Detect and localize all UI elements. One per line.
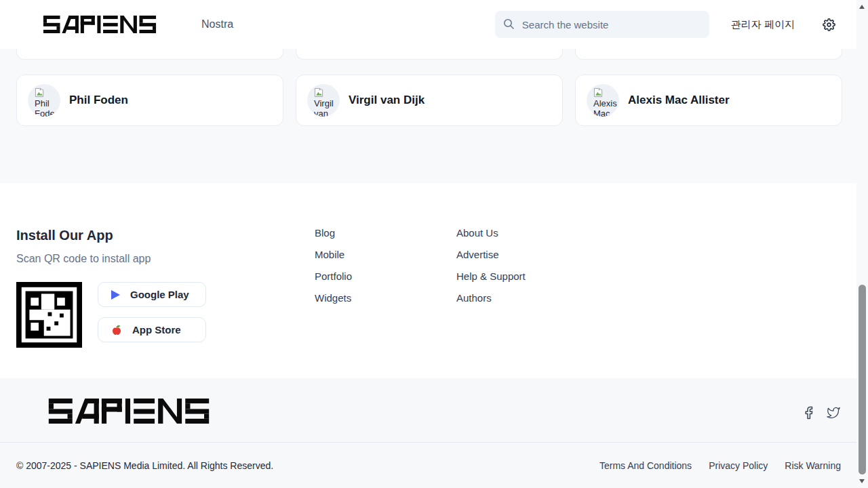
- admin-page-link[interactable]: 관리자 페이지: [731, 18, 795, 31]
- install-app-subtitle: Scan QR code to install app: [16, 253, 298, 265]
- clipped-card[interactable]: [575, 49, 842, 60]
- clipped-card-row: [16, 49, 842, 60]
- qr-code: [16, 282, 82, 348]
- legal-links: Terms And Conditions Privacy Policy Risk…: [599, 460, 841, 471]
- facebook-icon: [802, 406, 814, 420]
- players-section: Phil Foden Phil Foden Virgil van Dijk Vi…: [0, 49, 868, 183]
- avatar: Alexis Mac Allister: [587, 84, 619, 117]
- clipped-card[interactable]: [16, 49, 283, 60]
- search-input[interactable]: [495, 11, 709, 38]
- footer-link-blog[interactable]: Blog: [315, 228, 440, 239]
- twitter-icon: [826, 406, 841, 420]
- footer-link-advertise[interactable]: Advertise: [456, 249, 582, 260]
- copyright-text: © 2007-2025 - SAPIENS Media Limited. All…: [16, 460, 273, 471]
- privacy-policy-link[interactable]: Privacy Policy: [709, 460, 768, 471]
- footer-link-widgets[interactable]: Widgets: [315, 293, 440, 304]
- install-app-title: Install Our App: [16, 228, 298, 243]
- twitter-button[interactable]: [826, 406, 841, 420]
- player-card-virgil-van-dijk[interactable]: Virgil van Dijk Virgil van Dijk: [296, 75, 563, 126]
- scrollbar[interactable]: [856, 0, 868, 488]
- facebook-button[interactable]: [802, 406, 814, 420]
- google-play-button[interactable]: Google Play: [98, 282, 206, 307]
- footer-link-authors[interactable]: Authors: [456, 293, 582, 304]
- brand-subtitle: Nostra: [201, 18, 233, 30]
- gear-icon: [823, 18, 835, 31]
- apple-icon: [111, 324, 122, 336]
- risk-warning-link[interactable]: Risk Warning: [785, 460, 841, 471]
- player-name: Phil Foden: [69, 94, 128, 107]
- store-btn-label: Google Play: [130, 289, 189, 300]
- settings-button[interactable]: [823, 18, 835, 31]
- copyright-bar: © 2007-2025 - SAPIENS Media Limited. All…: [0, 442, 868, 471]
- broken-image-icon: [314, 87, 324, 98]
- avatar: Phil Foden: [28, 84, 60, 117]
- broken-image-icon: [35, 87, 45, 98]
- sapiens-logo-icon: [16, 16, 183, 33]
- footer-link-portfolio[interactable]: Portfolio: [315, 271, 440, 282]
- player-card-alexis-mac-allister[interactable]: Alexis Mac Allister Alexis Mac Allister: [575, 75, 842, 126]
- search-box: [495, 11, 709, 38]
- install-app-block: Install Our App Scan QR code to install …: [16, 228, 298, 378]
- avatar-alt-text: Phil Foden: [35, 98, 60, 117]
- scroll-thumb[interactable]: [859, 285, 866, 474]
- avatar-alt-text: Virgil van Dijk: [314, 98, 334, 117]
- player-card-phil-foden[interactable]: Phil Foden Phil Foden: [16, 75, 283, 126]
- footer-link-about-us[interactable]: About Us: [456, 228, 582, 239]
- footer-lower: © 2007-2025 - SAPIENS Media Limited. All…: [0, 378, 868, 488]
- search-icon: [503, 18, 515, 30]
- footer-logo[interactable]: [16, 399, 241, 426]
- footer-upper: Install Our App Scan QR code to install …: [0, 183, 868, 378]
- footer-link-help-support[interactable]: Help & Support: [456, 271, 582, 282]
- footer-links-column-2: About Us Advertise Help & Support Author…: [456, 228, 582, 378]
- store-btn-label: App Store: [132, 324, 181, 336]
- player-name: Virgil van Dijk: [349, 94, 425, 107]
- avatar: Virgil van Dijk: [307, 84, 340, 117]
- app-store-button[interactable]: App Store: [98, 317, 206, 342]
- avatar-alt-text: Alexis Mac Allister: [593, 98, 619, 117]
- sapiens-logo-icon: [16, 399, 241, 424]
- navbar: Nostra 관리자 페이지: [0, 0, 868, 49]
- terms-and-conditions-link[interactable]: Terms And Conditions: [599, 460, 692, 471]
- footer-links-column-1: Blog Mobile Portfolio Widgets: [315, 228, 440, 378]
- navbar-logo[interactable]: [16, 16, 183, 33]
- scroll-up-arrow[interactable]: [859, 5, 865, 9]
- play-triangle-icon: [111, 290, 120, 300]
- scroll-down-arrow[interactable]: [859, 479, 865, 483]
- player-card-row: Phil Foden Phil Foden Virgil van Dijk Vi…: [16, 75, 842, 126]
- player-name: Alexis Mac Allister: [628, 94, 730, 107]
- broken-image-icon: [593, 87, 604, 98]
- footer-link-mobile[interactable]: Mobile: [315, 249, 440, 260]
- clipped-card[interactable]: [296, 49, 563, 60]
